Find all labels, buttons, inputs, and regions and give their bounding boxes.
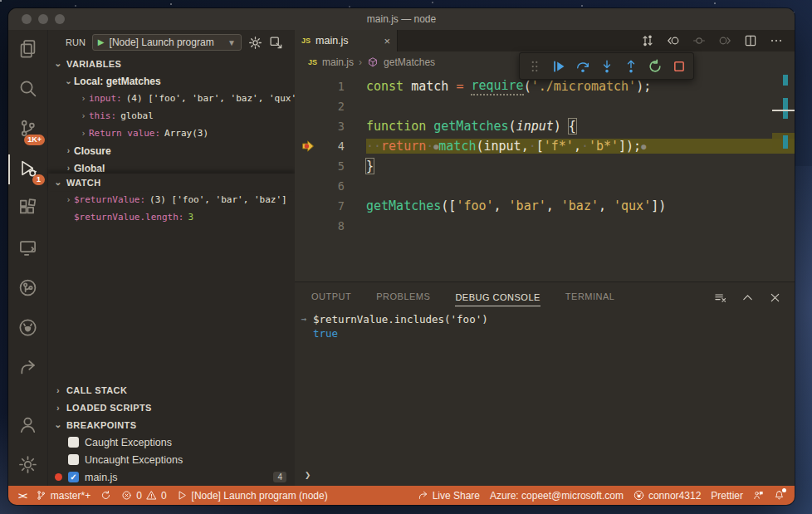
sync-icon bbox=[100, 490, 111, 501]
breakpoint-label: Caught Exceptions bbox=[85, 437, 172, 448]
more-actions-icon[interactable] bbox=[770, 34, 783, 47]
code-line-5[interactable]: 5} bbox=[295, 156, 795, 176]
step-over-button[interactable] bbox=[571, 56, 594, 76]
panel-tab-output[interactable]: OUTPUT bbox=[311, 291, 351, 303]
close-tab-icon[interactable]: × bbox=[384, 35, 390, 47]
status-live-share[interactable]: Live Share bbox=[413, 486, 485, 505]
step-out-button[interactable] bbox=[619, 56, 642, 76]
activity-item-accounts[interactable] bbox=[8, 406, 47, 446]
status-github-account[interactable]: connor4312 bbox=[629, 486, 706, 505]
code-text[interactable]: ··return·●match(input,·['f*',·'b*']);● bbox=[366, 139, 795, 154]
loaded-scripts-section-header[interactable]: › LOADED SCRIPTS bbox=[48, 399, 295, 416]
split-editor-icon[interactable] bbox=[744, 34, 757, 47]
git-graph-icon bbox=[18, 278, 37, 301]
line-number: 3 bbox=[321, 120, 345, 133]
close-panel-button[interactable] bbox=[769, 291, 781, 304]
variable-row[interactable]: ›this:global bbox=[48, 107, 295, 125]
compare-changes-icon[interactable] bbox=[641, 34, 654, 47]
debug-console[interactable]: → $returnValue.includes('foo') true ❯ bbox=[295, 312, 795, 486]
configure-gear-button[interactable] bbox=[248, 36, 262, 50]
variable-row[interactable]: ⌄Local: getMatches bbox=[48, 72, 295, 90]
code-line-4[interactable]: 4··return·●match(input,·['f*',·'b*']);● bbox=[295, 136, 795, 156]
code-line-2[interactable]: 2 bbox=[295, 96, 795, 116]
status-sync[interactable] bbox=[95, 486, 116, 505]
breakpoint-checkbox[interactable] bbox=[68, 454, 79, 465]
code-editor[interactable]: 1const match = require('./micromatch');2… bbox=[295, 73, 795, 281]
watch-row[interactable]: ›$returnValue:(3) ['foo', 'bar', 'baz'] bbox=[48, 191, 295, 208]
stop-button[interactable] bbox=[668, 56, 690, 76]
breakpoint-row[interactable]: Uncaught Exceptions bbox=[48, 451, 295, 468]
editor-actions bbox=[641, 30, 795, 51]
console-expression: $returnValue.includes('foo') bbox=[313, 313, 488, 326]
step-into-button[interactable] bbox=[595, 56, 618, 76]
play-icon bbox=[177, 490, 188, 501]
code-text[interactable]: const match = require('./micromatch'); bbox=[366, 78, 795, 95]
console-prompt[interactable]: ❯ bbox=[305, 469, 311, 481]
variable-row[interactable]: ›Closure bbox=[48, 142, 295, 159]
chevron-down-icon: ⌄ bbox=[53, 177, 63, 188]
activity-item-settings[interactable] bbox=[8, 446, 47, 486]
panel-tab-debug-console[interactable]: DEBUG CONSOLE bbox=[455, 292, 540, 306]
close-window-button[interactable] bbox=[22, 14, 32, 24]
activity-item-explorer[interactable] bbox=[8, 30, 47, 70]
step-back-icon[interactable] bbox=[667, 34, 680, 47]
variables-section-header[interactable]: ⌄ VARIABLES bbox=[48, 55, 295, 72]
breakpoint-checkbox[interactable] bbox=[68, 437, 79, 448]
status-notifications[interactable] bbox=[769, 486, 790, 505]
activity-item-source-control[interactable]: 1K+ bbox=[8, 110, 47, 149]
code-line-6[interactable]: 6 bbox=[295, 176, 795, 196]
code-text[interactable]: } bbox=[366, 159, 795, 174]
panel-tab-terminal[interactable]: TERMINAL bbox=[565, 291, 615, 303]
variable-row[interactable]: ›Return value:Array(3) bbox=[48, 125, 295, 142]
code-text[interactable]: getMatches(['foo', 'bar', 'baz', 'qux']) bbox=[366, 198, 795, 213]
clear-console-panel-button[interactable] bbox=[714, 291, 726, 304]
remote-explorer-icon bbox=[18, 238, 37, 261]
activity-item-remote-explorer[interactable] bbox=[8, 229, 47, 269]
panel-tab-problems[interactable]: PROBLEMS bbox=[376, 291, 430, 303]
breakpoint-checkbox[interactable]: ✓ bbox=[68, 472, 79, 482]
call-stack-section-header[interactable]: › CALL STACK bbox=[48, 381, 295, 399]
status-git-branch[interactable]: master*+ bbox=[31, 486, 95, 505]
breadcrumb-file[interactable]: main.js bbox=[322, 56, 354, 68]
debug-current-line-icon[interactable] bbox=[295, 140, 321, 153]
code-text[interactable]: function getMatches(input) { bbox=[366, 119, 795, 134]
status-azure-account[interactable]: Azure: copeet@microsoft.com bbox=[485, 486, 629, 505]
activity-item-run-and-debug[interactable]: 1 bbox=[8, 149, 47, 189]
continue-button[interactable] bbox=[547, 56, 570, 76]
code-line-3[interactable]: 3function getMatches(input) { bbox=[295, 116, 795, 136]
activity-item-git-graph[interactable] bbox=[8, 269, 47, 309]
warning-icon bbox=[146, 490, 157, 501]
lower-sections: › CALL STACK › LOADED SCRIPTS ⌄ BREAKPOI… bbox=[48, 381, 295, 486]
breakpoints-section-header[interactable]: ⌄ BREAKPOINTS bbox=[48, 416, 295, 433]
branch-icon bbox=[36, 490, 46, 501]
activity-item-github[interactable] bbox=[8, 309, 47, 349]
debug-console-button[interactable] bbox=[269, 36, 283, 50]
breakpoint-row[interactable]: ✓main.js4 bbox=[48, 468, 295, 486]
breadcrumb-symbol[interactable]: getMatches bbox=[384, 56, 435, 68]
github-icon bbox=[18, 318, 37, 340]
activity-item-extensions[interactable] bbox=[8, 189, 47, 229]
status-problems[interactable]: 00 bbox=[116, 486, 171, 505]
breakpoint-row[interactable]: Caught Exceptions bbox=[48, 433, 295, 451]
start-debug-icon[interactable]: ▶ bbox=[98, 38, 105, 47]
activity-item-search[interactable] bbox=[8, 70, 47, 110]
tab-main-js[interactable]: JS main.js × bbox=[295, 30, 398, 51]
watch-section-header[interactable]: ⌄ WATCH bbox=[48, 174, 295, 191]
maximize-window-button[interactable] bbox=[55, 14, 65, 24]
status-remote-indicator[interactable]: >< bbox=[13, 486, 31, 505]
status-prettier[interactable]: Prettier bbox=[706, 486, 748, 505]
status-right: Live ShareAzure: copeet@microsoft.comcon… bbox=[413, 486, 790, 505]
status-debug-target[interactable]: [Node] Launch program (node) bbox=[172, 486, 333, 505]
watch-row[interactable]: $returnValue.length:3 bbox=[48, 208, 295, 226]
status-label: 0 bbox=[136, 490, 142, 502]
activity-item-live-share[interactable] bbox=[8, 349, 47, 389]
chevron-up-icon[interactable] bbox=[741, 291, 754, 304]
variable-row[interactable]: ›Global bbox=[48, 159, 295, 174]
variable-row[interactable]: ›input:(4) ['foo', 'bar', 'baz', 'qux'] bbox=[48, 90, 295, 107]
status-feedback[interactable] bbox=[748, 486, 769, 505]
code-line-8[interactable]: 8 bbox=[295, 216, 795, 236]
launch-config-dropdown[interactable]: ▶ [Node] Launch program ▼ bbox=[92, 34, 242, 51]
restart-button[interactable] bbox=[643, 56, 666, 76]
code-line-7[interactable]: 7getMatches(['foo', 'bar', 'baz', 'qux']… bbox=[295, 196, 795, 216]
minimize-window-button[interactable] bbox=[38, 14, 48, 24]
